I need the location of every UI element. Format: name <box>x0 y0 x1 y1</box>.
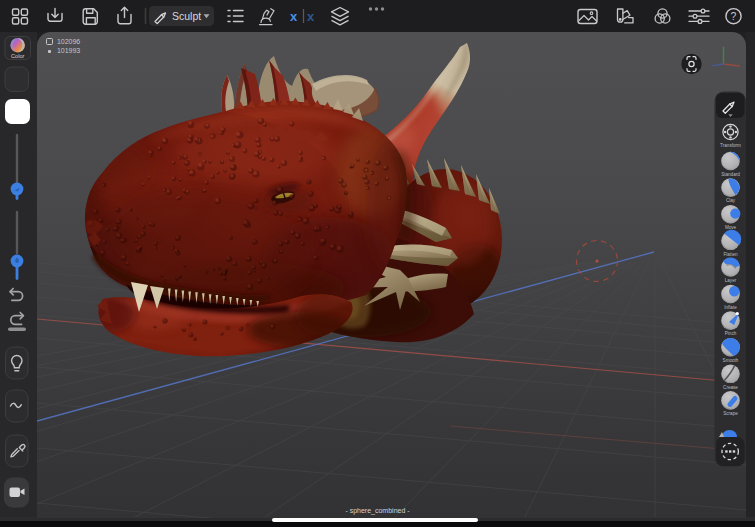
svg-text:Move: Move <box>725 225 737 230</box>
svg-text:Transform: Transform <box>720 143 741 148</box>
svg-text:Clay: Clay <box>726 198 736 203</box>
svg-text:Layer: Layer <box>725 278 737 283</box>
svg-text:x: x <box>290 9 298 24</box>
svg-text:x: x <box>307 9 315 24</box>
svg-text:Sculpt: Sculpt <box>172 10 201 22</box>
svg-text:Inflate: Inflate <box>724 305 737 310</box>
svg-text:Standard: Standard <box>721 172 740 177</box>
svg-text:Smooth: Smooth <box>723 358 739 363</box>
svg-text:Flatten: Flatten <box>723 252 737 257</box>
svg-text:Crease: Crease <box>723 385 738 390</box>
svg-text:?: ? <box>731 10 737 22</box>
svg-text:Color: Color <box>11 53 25 59</box>
svg-text:Scrape: Scrape <box>723 411 738 416</box>
svg-text:Pinch: Pinch <box>725 331 737 336</box>
